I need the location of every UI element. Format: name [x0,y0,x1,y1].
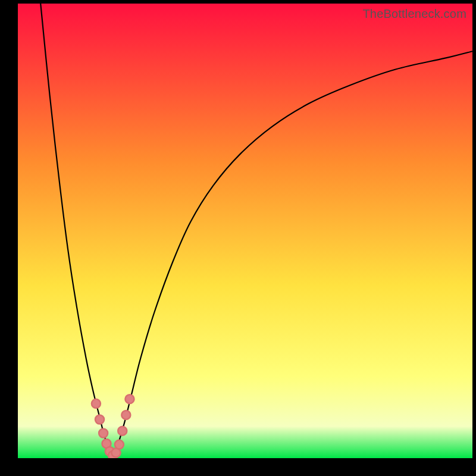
feasible-region-markers [92,394,134,458]
watermark-text: TheBottleneck.com [362,7,466,21]
plot-area: TheBottleneck.com [18,4,472,458]
feasible-marker [118,427,127,436]
curve-right-branch [112,51,472,458]
feasible-marker [95,415,104,424]
feasible-marker [115,440,124,449]
feasible-marker [92,399,101,408]
feasible-marker [121,411,130,419]
feasible-marker [125,394,134,403]
chart-frame: TheBottleneck.com [0,0,476,476]
feasible-marker [99,428,108,437]
bottleneck-curve [18,4,472,458]
curve-left-branch [40,4,112,458]
